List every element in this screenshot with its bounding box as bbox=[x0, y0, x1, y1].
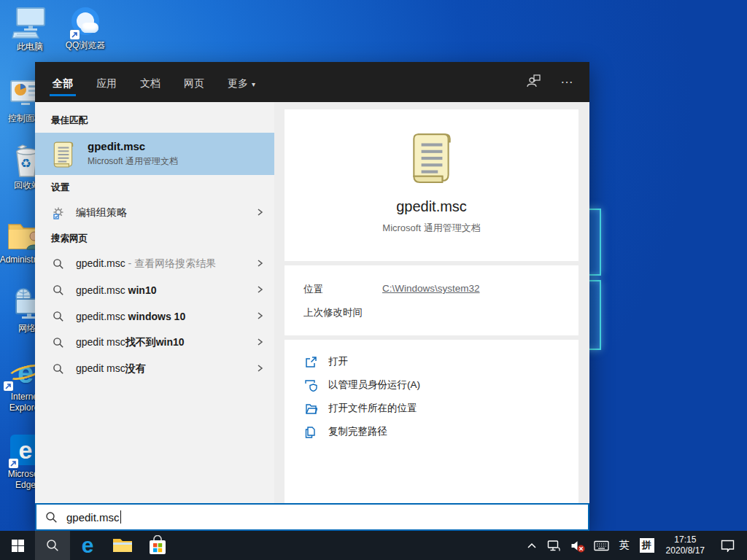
desktop-icon-label: 网络 bbox=[18, 323, 36, 334]
search-icon bbox=[51, 363, 66, 375]
more-options-icon[interactable]: … bbox=[560, 77, 575, 88]
search-results-list: 最佳匹配 gpedit.msc Microsoft 通用管理文档 bbox=[35, 102, 274, 503]
suggestion-suffix: win10 bbox=[128, 284, 157, 296]
taskbar-edge-button[interactable]: e bbox=[70, 531, 105, 560]
suggestion-text: gpedit.msc bbox=[76, 284, 128, 296]
chevron-down-icon: ▾ bbox=[252, 80, 255, 88]
taskbar-file-explorer-button[interactable] bbox=[105, 531, 140, 560]
action-run-as-admin[interactable]: 以管理员身份运行(A) bbox=[303, 373, 560, 397]
taskbar-store-button[interactable] bbox=[140, 531, 175, 560]
taskbar-clock[interactable]: 17:15 2020/8/17 bbox=[659, 531, 711, 560]
keyboard-icon bbox=[594, 540, 609, 551]
shortcut-arrow-icon bbox=[70, 30, 80, 39]
settings-header: 设置 bbox=[35, 175, 274, 200]
web-suggestion-row[interactable]: gpedit msc找不到win10 bbox=[35, 330, 274, 356]
settings-item-label: 编辑组策略 bbox=[76, 206, 127, 219]
suggestion-suffix: - 查看网络搜索结果 bbox=[125, 257, 216, 269]
suggestion-suffix: 没有 bbox=[125, 362, 146, 374]
text-caret bbox=[120, 510, 121, 524]
suggestion-text: gpedit.msc bbox=[76, 311, 128, 322]
chevron-right-icon bbox=[255, 284, 264, 297]
tab-all[interactable]: 全部 bbox=[50, 64, 76, 101]
search-icon bbox=[51, 284, 66, 296]
windows-logo-icon bbox=[12, 540, 24, 552]
shortcut-arrow-icon bbox=[4, 381, 13, 391]
edge-icon: e bbox=[82, 534, 94, 556]
web-suggestion-row[interactable]: gpedit msc没有 bbox=[35, 356, 274, 382]
tab-documents[interactable]: 文档 bbox=[137, 64, 163, 101]
web-suggestion-row[interactable]: gpedit.msc - 查看网络搜索结果 bbox=[35, 251, 274, 277]
action-label: 打开 bbox=[328, 355, 348, 368]
action-center-icon bbox=[721, 540, 735, 552]
search-icon bbox=[51, 337, 66, 349]
suggestion-text: gpedit msc bbox=[76, 336, 125, 348]
chevron-up-icon bbox=[527, 542, 537, 550]
touch-keyboard-button[interactable] bbox=[589, 531, 614, 560]
detail-subtitle: Microsoft 通用管理文档 bbox=[292, 222, 571, 235]
search-web-header: 搜索网页 bbox=[35, 226, 274, 251]
volume-tray-button[interactable] bbox=[565, 531, 589, 560]
chevron-right-icon bbox=[255, 206, 264, 219]
chevron-right-icon bbox=[255, 257, 264, 271]
action-open-file-location[interactable]: 打开文件所在的位置 bbox=[303, 397, 560, 420]
this-pc-icon bbox=[11, 6, 49, 39]
suggestion-suffix: 找不到win10 bbox=[125, 336, 185, 348]
action-label: 复制完整路径 bbox=[328, 425, 387, 438]
desktop-icon-label: 此电脑 bbox=[17, 42, 43, 52]
best-match-result[interactable]: gpedit.msc Microsoft 通用管理文档 bbox=[35, 133, 274, 175]
show-hidden-icons-button[interactable] bbox=[522, 531, 542, 560]
network-icon bbox=[547, 540, 560, 552]
web-suggestion-row[interactable]: gpedit.msc win10 bbox=[35, 277, 274, 303]
chevron-right-icon bbox=[255, 336, 264, 349]
file-explorer-icon bbox=[112, 537, 133, 554]
chevron-right-icon bbox=[255, 310, 264, 323]
copy-icon bbox=[303, 426, 318, 438]
desktop-icon-this-pc[interactable]: 此电脑 bbox=[4, 6, 55, 52]
system-tray: 英 拼 17:15 2020/8/17 bbox=[522, 531, 747, 560]
search-icon bbox=[51, 258, 66, 270]
taskbar-search-button[interactable] bbox=[35, 531, 70, 560]
best-match-header: 最佳匹配 bbox=[35, 108, 274, 133]
search-input[interactable]: gpedit.msc bbox=[35, 503, 589, 531]
best-match-subtitle: Microsoft 通用管理文档 bbox=[88, 155, 178, 168]
action-copy-full-path[interactable]: 复制完整路径 bbox=[303, 420, 560, 443]
search-icon bbox=[51, 311, 66, 322]
chevron-right-icon bbox=[255, 362, 264, 376]
start-button[interactable] bbox=[0, 531, 35, 560]
folder-location-icon bbox=[303, 402, 318, 415]
qq-browser-icon bbox=[71, 4, 99, 38]
action-label: 打开文件所在的位置 bbox=[328, 402, 417, 415]
settings-item-edit-group-policy[interactable]: 编辑组策略 bbox=[35, 200, 274, 226]
feedback-icon[interactable] bbox=[527, 74, 541, 90]
search-input-value: gpedit.msc bbox=[66, 511, 120, 524]
search-flyout-window: 全部 应用 文档 网页 更多▾ … 最佳匹配 bbox=[35, 62, 589, 531]
ime-mode-indicator[interactable]: 拼 bbox=[635, 531, 659, 560]
network-tray-button[interactable] bbox=[542, 531, 565, 560]
tab-web[interactable]: 网页 bbox=[181, 64, 207, 101]
suggestion-text: gpedit.msc bbox=[76, 257, 125, 269]
open-icon bbox=[303, 356, 318, 368]
desktop-icon-qq-browser[interactable]: QQ浏览器 bbox=[60, 4, 111, 51]
location-label: 位置 bbox=[303, 283, 382, 296]
modified-label: 上次修改时间 bbox=[303, 306, 363, 319]
action-center-button[interactable] bbox=[711, 531, 744, 560]
group-policy-icon bbox=[51, 206, 66, 219]
tab-apps[interactable]: 应用 bbox=[93, 64, 120, 101]
admin-shield-icon bbox=[303, 379, 318, 392]
suggestion-text: gpedit msc bbox=[76, 362, 125, 374]
clock-date: 2020/8/17 bbox=[666, 545, 705, 556]
taskbar: e bbox=[0, 531, 747, 560]
web-suggestion-row[interactable]: gpedit.msc windows 10 bbox=[35, 303, 274, 330]
ime-pinyin-badge: 拼 bbox=[640, 538, 654, 553]
search-icon bbox=[46, 539, 59, 552]
language-indicator[interactable]: 英 bbox=[614, 531, 635, 560]
location-link[interactable]: C:\Windows\system32 bbox=[382, 283, 480, 296]
volume-muted-icon bbox=[570, 540, 584, 552]
detail-title: gpedit.msc bbox=[292, 198, 571, 215]
action-open[interactable]: 打开 bbox=[303, 350, 560, 373]
microsoft-store-icon bbox=[148, 535, 167, 556]
msc-document-icon bbox=[51, 140, 76, 168]
recycle-symbol-icon: ♻ bbox=[20, 156, 31, 171]
tab-more[interactable]: 更多▾ bbox=[225, 64, 258, 101]
search-tab-bar: 全部 应用 文档 网页 更多▾ … bbox=[35, 62, 589, 102]
